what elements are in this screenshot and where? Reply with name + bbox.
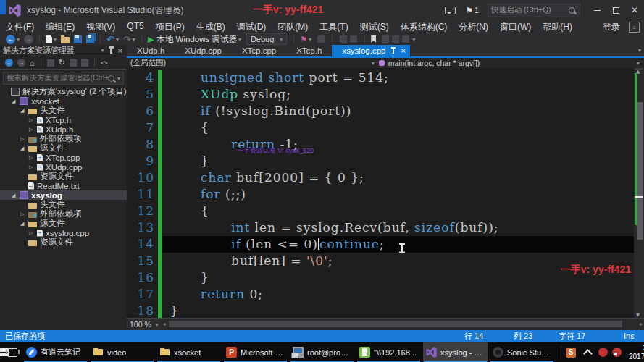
quick-launch-input[interactable]: 快速启动 (Ctrl+Q) [488,4,580,17]
code-line[interactable]: return 0; [170,286,634,303]
tree-expander-icon[interactable]: ▷ [29,164,37,170]
tree-item[interactable]: 资源文件 [0,172,127,181]
minimize-button[interactable] [587,2,606,18]
home-icon[interactable]: ⌂ [30,59,35,67]
scrollbar-thumb[interactable] [637,102,643,240]
code-line[interactable]: { [170,203,634,219]
taskbar-item[interactable]: video [90,342,154,362]
toolbar-misc3-icon[interactable] [350,35,357,43]
menu-item[interactable]: 项目(P) [150,21,191,33]
tree-item[interactable]: ◢源文件 [0,219,127,228]
tab-close-icon[interactable]: × [401,46,405,55]
menu-item[interactable]: 体系结构(C) [395,21,453,33]
code-line[interactable]: } [170,303,634,319]
show-all-files-icon[interactable] [81,59,88,67]
taskbar-clock[interactable]: 23:57 2017/2/16 [629,344,644,361]
view-code-icon[interactable]: <> [101,59,107,67]
menu-item[interactable]: 生成(B) [191,21,231,33]
vertical-scrollbar[interactable]: ▲ ▼ [634,68,644,319]
taskbar-item[interactable]: "\\192.168... [356,342,421,362]
scroll-left-icon[interactable]: ◂ [163,321,166,327]
tree-expander-icon[interactable]: ▷ [29,117,37,123]
tree-item[interactable]: ReadMe.txt [0,181,127,190]
tree-expander-icon[interactable]: ▷ [20,211,28,217]
tree-expander-icon[interactable]: ◢ [20,108,28,114]
code-line[interactable]: XUdp syslog; [170,86,634,103]
tab-overflow-icon[interactable]: ▾ [638,47,641,54]
restore-button[interactable] [606,2,625,18]
panel-menu-icon[interactable]: ▾ [101,47,104,54]
menu-item[interactable]: 调试(D) [231,21,272,33]
tree-item[interactable]: ▷XTcp.h [0,115,127,125]
code-line[interactable]: char buf[2000] = { 0 }; [170,169,634,186]
save-all-icon[interactable] [86,35,94,43]
explorer-forward-icon[interactable]: → [17,59,25,67]
menu-item[interactable]: 视图(V) [80,21,121,33]
tab-xsyslog.cpp[interactable]: xsyslog.cpp× [332,45,410,56]
pin-icon[interactable] [110,48,112,54]
scroll-right-icon[interactable]: ▸ [640,321,643,327]
taskbar-item[interactable]: xsyslog - M... [423,342,488,362]
tree-item[interactable]: ▷XTcp.cpp [0,153,127,162]
taskbar-item[interactable]: PMicrosoft P... [223,342,288,362]
tree-expander-icon[interactable]: ◢ [12,193,20,198]
bookmark-icon[interactable] [371,35,376,43]
taskbar-item[interactable]: Sonic Studio [490,342,554,362]
collapse-all-icon[interactable] [70,59,77,67]
task-view-button[interactable] [8,342,17,362]
menu-item[interactable]: 编辑(E) [40,21,80,33]
feedback-smiley-icon[interactable]: ☺ [629,22,640,33]
toolbar-misc2-icon[interactable] [340,35,347,43]
horizontal-scrollbar[interactable]: ◂ ▸ [162,319,644,330]
refresh-icon[interactable]: ↻ [59,58,65,67]
menu-item[interactable]: 工具(T) [314,21,354,33]
breakpoint-flag-icon[interactable]: ⚑ [300,35,307,44]
sign-in-link[interactable]: 登录 [603,21,620,33]
menu-item[interactable]: 分析(N) [453,21,494,33]
tree-expander-icon[interactable]: ▷ [29,127,37,132]
menu-item[interactable]: 窗口(W) [494,21,537,33]
panel-close-icon[interactable]: × [118,46,122,55]
tree-expander-icon[interactable]: ▷ [29,155,37,161]
taskbar-item[interactable]: root@prom... [290,342,354,362]
bookmark-clear-icon[interactable] [402,35,409,43]
notifications-flag[interactable]: ⚑ 1 [466,6,479,15]
close-button[interactable]: ✕ [625,2,644,18]
tray-record2-icon[interactable] [612,348,622,357]
undo-icon[interactable]: ↶ [106,34,114,45]
hscrollbar-thumb[interactable] [169,321,622,327]
navigate-forward-icon[interactable]: → [24,35,33,44]
save-icon[interactable] [74,35,82,43]
zoom-dropdown[interactable]: 100 % ▾ [127,319,162,330]
menu-item[interactable]: 帮助(H) [537,21,578,33]
menu-item[interactable]: 测试(S) [354,21,395,33]
scope-dropdown[interactable]: (全局范围) ▾ [127,58,379,68]
menu-item[interactable]: 团队(M) [272,21,314,33]
bookmark-next-icon[interactable] [392,35,399,43]
explorer-back-icon[interactable]: ← [5,59,13,67]
tray-record-icon[interactable] [598,348,608,357]
redo-icon[interactable]: ↷ [123,34,131,45]
tab-XTcp.h[interactable]: XTcp.h [286,45,332,56]
taskbar-item[interactable]: 有道云笔记 [23,342,88,362]
new-file-icon[interactable] [46,35,52,43]
tree-item[interactable]: ◢源文件 [0,143,127,153]
explorer-search-input[interactable]: 搜索解决方案资源管理器(Ctrl+;) ▾ [3,72,124,85]
tray-s-icon[interactable]: S [566,348,576,358]
code-line[interactable]: { [170,119,634,136]
feedback-bubble-icon[interactable] [445,7,456,14]
tree-item[interactable]: ◢头文件 [0,106,127,115]
menu-item[interactable]: QT5 [121,21,149,33]
menu-item[interactable]: 文件(F) [0,21,40,33]
toolbar-misc-icon[interactable] [317,35,325,43]
start-debug-button[interactable]: ▶ 本地 Windows 调试器 ▾ [148,34,241,45]
tab-XTcp.cpp[interactable]: XTcp.cpp [232,45,286,56]
tree-expander-icon[interactable]: ▷ [29,230,37,236]
code-line[interactable]: if (!syslog.Bind(port)) [170,103,634,119]
code-line[interactable]: unsigned short port = 514; [170,70,634,86]
tree-expander-icon[interactable]: ◢ [20,146,28,151]
scroll-down-icon[interactable]: ▼ [636,312,640,318]
tree-item[interactable]: 解决方案'xsyslog' (2 个项目) [0,87,127,96]
code-editor[interactable]: 456789101112131415161718 unsigned short … [127,68,644,319]
taskbar-item[interactable]: xsocket [156,342,221,362]
